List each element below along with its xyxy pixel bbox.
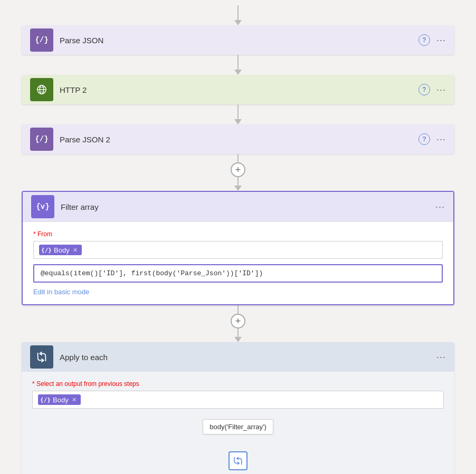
parse-json2-step: {/} Parse JSON 2 ? ··· <box>22 124 454 154</box>
apply-from-token-label: Body <box>53 396 69 404</box>
apply-to-each-header: Apply to each ··· <box>22 342 454 372</box>
edit-basic-mode-link[interactable]: Edit in basic mode <box>33 288 89 296</box>
initial-arrow <box>234 0 242 25</box>
add-step-button-1[interactable]: + <box>231 162 245 177</box>
loop-small-icon <box>233 456 243 466</box>
parse-json2-help-button[interactable]: ? <box>418 133 430 145</box>
filter-array-body: * From {/} Body ✕ @equals(item()['ID'], … <box>23 221 453 304</box>
loop-icon <box>36 351 47 363</box>
arrow-line <box>237 5 239 20</box>
apply-token-chip-icon: {/} <box>41 395 50 404</box>
filter-array-icon: {v} <box>31 195 54 218</box>
apply-to-each-actions: ··· <box>436 352 446 363</box>
apply-from-token-chip: {/} Body ✕ <box>38 394 81 405</box>
apply-from-token-remove[interactable]: ✕ <box>72 396 77 403</box>
parse-json2-more-button[interactable]: ··· <box>436 134 446 145</box>
curly-brace-icon: {/} <box>35 36 48 44</box>
token-chip-icon: {/} <box>42 246 51 254</box>
parse-json-more-button[interactable]: ··· <box>436 35 446 46</box>
bottom-step-area <box>32 443 444 470</box>
parse-json-actions: ? ··· <box>418 34 446 46</box>
plus-connector-2: + <box>21 305 455 342</box>
http2-header: HTTP 2 ? ··· <box>22 75 454 104</box>
from-label: * From <box>33 230 443 238</box>
expression-input[interactable]: @equals(item()['ID'], first(body('Parse_… <box>33 264 443 283</box>
http2-more-button[interactable]: ··· <box>436 84 446 95</box>
filter-array-more-button[interactable]: ··· <box>435 201 445 212</box>
parse-json-icon: {/} <box>30 28 53 52</box>
apply-to-each-title: Apply to each <box>60 353 436 362</box>
from-token-chip: {/} Body ✕ <box>39 245 82 255</box>
connector-2 <box>21 104 455 124</box>
http2-icon <box>30 78 53 101</box>
filter-array-header: {v} Filter array ··· <box>23 192 453 221</box>
parse-json2-actions: ? ··· <box>418 133 446 145</box>
filter-array-title: Filter array <box>61 202 435 211</box>
expression-bubble-wrapper: body('Filter_array') <box>32 414 444 434</box>
arrow-head <box>234 20 242 25</box>
apply-to-each-body: * Select an output from previous steps {… <box>22 372 454 474</box>
apply-to-each-more-button[interactable]: ··· <box>436 352 446 363</box>
filter-array-actions: ··· <box>435 201 445 212</box>
apply-expression-bubble: body('Filter_array') <box>203 419 273 434</box>
apply-from-token-field[interactable]: {/} Body ✕ <box>32 391 444 409</box>
from-token-field[interactable]: {/} Body ✕ <box>33 241 443 259</box>
nested-step-button[interactable] <box>229 451 247 470</box>
apply-to-each-step: Apply to each ··· * Select an output fro… <box>22 342 454 474</box>
filter-array-step: {v} Filter array ··· * From {/} Body ✕ @… <box>22 191 454 305</box>
apply-to-each-icon <box>30 345 53 369</box>
parse-json2-title: Parse JSON 2 <box>60 135 418 144</box>
curly-brace-icon-2: {/} <box>35 135 48 143</box>
add-step-button-2[interactable]: + <box>231 314 245 328</box>
parse-json-step: {/} Parse JSON ? ··· <box>22 25 454 55</box>
from-token-remove[interactable]: ✕ <box>73 247 78 254</box>
parse-json2-header: {/} Parse JSON 2 ? ··· <box>22 124 454 154</box>
parse-json2-icon: {/} <box>30 128 53 151</box>
globe-icon <box>36 84 47 95</box>
select-label: * Select an output from previous steps <box>32 380 444 388</box>
http2-title: HTTP 2 <box>60 85 418 94</box>
http2-step: HTTP 2 ? ··· <box>22 75 454 104</box>
from-token-label: Body <box>54 246 70 254</box>
http2-help-button[interactable]: ? <box>418 84 430 95</box>
connector-1 <box>21 55 455 75</box>
plus-connector-1: + <box>21 154 455 191</box>
parse-json-header: {/} Parse JSON ? ··· <box>22 25 454 55</box>
parse-json-help-button[interactable]: ? <box>418 34 430 46</box>
http2-actions: ? ··· <box>418 84 446 95</box>
flow-canvas: {/} Parse JSON ? ··· HTT <box>0 0 476 474</box>
parse-json-title: Parse JSON <box>60 36 418 45</box>
filter-curly-icon: {v} <box>36 202 49 211</box>
